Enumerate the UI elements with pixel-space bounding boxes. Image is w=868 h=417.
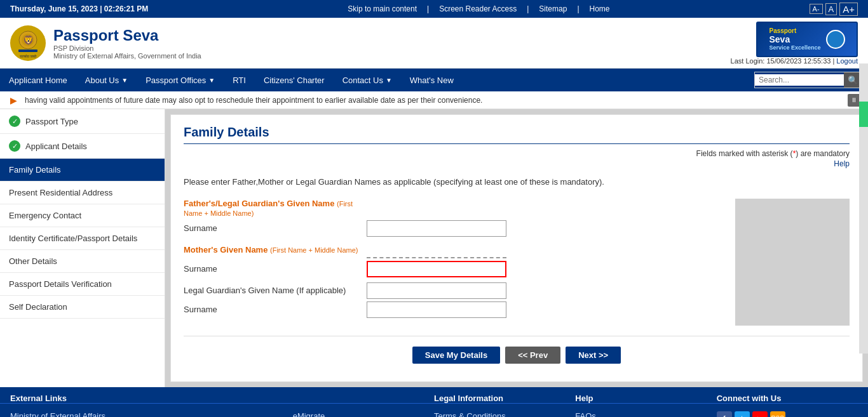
mothers-surname-input[interactable] — [367, 261, 506, 277]
sidebar-item-label: Applicant Details — [25, 142, 87, 151]
login-info: Last Login: 15/06/2023 12:55:33 | Logout — [731, 57, 858, 65]
sidebar-item-passport-verification[interactable]: Passport Details Verification — [0, 273, 165, 296]
sidebar-item-other-details[interactable]: Other Details — [0, 250, 165, 273]
nav-passport-offices[interactable]: Passport Offices ▼ — [137, 69, 224, 91]
footer-help-col: FAQs Grievance/Feedback — [575, 409, 716, 418]
datetime: Thursday, June 15, 2023 | 02:26:21 PM — [10, 4, 148, 13]
sidebar-item-family-details[interactable]: Family Details — [0, 159, 165, 182]
brand-name: Passport Seva — [53, 27, 201, 44]
scrollbar-thumb[interactable] — [859, 102, 868, 127]
nav-search: 🔍 — [754, 72, 863, 88]
passport-seva-logo-text: Passport Seva Service Excellence — [769, 27, 820, 51]
division: PSP Division — [53, 44, 201, 52]
footer-external-links-col1: Ministry of External Affairs National Po… — [10, 409, 293, 418]
footer-col-help-title: Help — [575, 394, 716, 403]
mothers-surname-row: Surname — [184, 261, 725, 277]
fathers-surname-input[interactable] — [367, 220, 506, 237]
sidebar-item-label: Passport Details Verification — [9, 279, 112, 289]
sidebar-item-label: Passport Type — [25, 117, 78, 126]
footer-col-external-links-title: External Links — [10, 394, 293, 403]
nav-about-us[interactable]: About Us ▼ — [76, 69, 137, 91]
skip-link[interactable]: Skip to main content — [348, 4, 417, 13]
sidebar-item-label: Present Residential Address — [9, 188, 112, 197]
mothers-given-name-input[interactable] — [367, 242, 506, 258]
sidebar-item-label: Identity Certificate/Passport Details — [9, 234, 137, 243]
about-us-dropdown-icon: ▼ — [121, 77, 128, 84]
sidebar-item-self-declaration[interactable]: Self Declaration — [0, 296, 165, 319]
nav-search-wrap: 🔍 — [749, 69, 868, 91]
font-normal[interactable]: A — [825, 3, 837, 15]
sidebar-item-label: Other Details — [9, 256, 57, 266]
footer-col-legal-title: Legal Information — [434, 394, 575, 403]
passport-offices-dropdown-icon: ▼ — [208, 77, 215, 84]
screen-reader-link[interactable]: Screen Reader Access — [439, 4, 517, 13]
fathers-given-name-row: Father's/Legal Guardian's Given Name (Fi… — [184, 199, 725, 218]
content-area: Family Details Fields marked with asteri… — [170, 114, 863, 382]
legal-guardian-given-name-label: Legal Guardian's Given Name (If applicab… — [184, 286, 362, 295]
sidebar-item-identity-certificate[interactable]: Identity Certificate/Passport Details — [0, 227, 165, 250]
legal-guardian-surname-input[interactable] — [367, 301, 506, 318]
ministry: Ministry of External Affairs, Government… — [53, 52, 201, 60]
footer-col-empty — [293, 394, 434, 403]
nav-rti[interactable]: RTI — [224, 69, 255, 91]
nav-contact-us[interactable]: Contact Us ▼ — [334, 69, 401, 91]
form-divider — [184, 336, 850, 336]
prev-button[interactable]: << Prev — [505, 347, 560, 364]
ashoka-emblem-icon: 🦁 सत्यमेव जयते — [12, 27, 44, 59]
nav-applicant-home[interactable]: Applicant Home — [0, 69, 76, 91]
applicant-details-check-icon: ✓ — [9, 140, 20, 152]
footer: External Links Legal Information Help Co… — [0, 387, 868, 418]
save-button[interactable]: Save My Details — [412, 347, 500, 364]
footer-link-mea[interactable]: Ministry of External Affairs — [10, 409, 293, 418]
font-increase[interactable]: A+ — [839, 3, 858, 16]
top-bar-center: Skip to main content | Screen Reader Acc… — [348, 4, 609, 13]
legal-guardian-surname-row: Surname — [184, 301, 725, 318]
fathers-given-name-label: Father's/Legal Guardian's Given Name (Fi… — [184, 199, 362, 218]
page-title: Family Details — [184, 125, 850, 144]
footer-header: External Links Legal Information Help Co… — [0, 387, 868, 404]
legal-guardian-given-name-input[interactable] — [367, 282, 506, 299]
sidebar-item-applicant-details[interactable]: ✓ Applicant Details — [0, 134, 165, 159]
footer-content: Ministry of External Affairs National Po… — [0, 404, 868, 418]
sidebar-item-label: Self Declaration — [9, 302, 67, 312]
twitter-icon[interactable]: t — [735, 411, 750, 418]
facebook-icon[interactable]: f — [717, 411, 732, 418]
svg-text:सत्यमेव जयते: सत्यमेव जयते — [19, 54, 37, 58]
fathers-surname-row: Surname — [184, 220, 725, 237]
logout-link[interactable]: Logout — [836, 57, 858, 65]
footer-link-emigrate[interactable]: eMigrate — [293, 409, 434, 418]
sidebar-item-emergency-contact[interactable]: Emergency Contact — [0, 204, 165, 227]
footer-link-faqs[interactable]: FAQs — [575, 409, 716, 418]
font-decrease[interactable]: A- — [810, 4, 823, 14]
header: 🦁 सत्यमेव जयते Passport Seva PSP Divisio… — [0, 18, 868, 69]
youtube-icon[interactable]: ▶ — [752, 411, 768, 418]
contact-us-dropdown-icon: ▼ — [386, 77, 392, 84]
legal-guardian-given-name-row: Legal Guardian's Given Name (If applicab… — [184, 282, 725, 299]
top-bar: Thursday, June 15, 2023 | 02:26:21 PM Sk… — [0, 0, 868, 18]
last-login-label: Last Login: 15/06/2023 12:55:33 | — [731, 57, 837, 65]
nav-search-input[interactable] — [755, 74, 844, 86]
ashoka-logo: 🦁 सत्यमेव जयते — [10, 25, 46, 61]
scrollbar-track — [859, 63, 868, 354]
instruction-text: Please enter Father,Mother or Legal Guar… — [184, 176, 850, 189]
footer-link-terms[interactable]: Terms & Conditions — [434, 409, 575, 418]
header-left: 🦁 सत्यमेव जयते Passport Seva PSP Divisio… — [10, 25, 201, 61]
help-link[interactable]: Help — [184, 159, 850, 168]
mothers-given-name-row: Mother's Given Name (First Name + Middle… — [184, 242, 725, 258]
passport-seva-logo: Passport Seva Service Excellence — [756, 22, 858, 57]
nav-whats-new[interactable]: What's New — [401, 69, 463, 91]
ticker-pause-button[interactable]: ⏸ — [848, 94, 860, 107]
sidebar-item-passport-type[interactable]: ✓ Passport Type — [0, 109, 165, 134]
nav-citizens-charter[interactable]: Citizens' Charter — [255, 69, 334, 91]
footer-col-connect-title: Connect with Us — [717, 394, 858, 403]
passport-type-check-icon: ✓ — [9, 116, 20, 127]
rss-icon[interactable]: RSS — [770, 411, 785, 418]
sidebar-item-residential-address[interactable]: Present Residential Address — [0, 182, 165, 204]
ticker-text: having valid appointments of future date… — [25, 96, 482, 105]
photo-placeholder — [735, 199, 850, 326]
sidebar-item-label: Emergency Contact — [9, 211, 81, 220]
home-link[interactable]: Home — [590, 4, 610, 13]
svg-text:🦁: 🦁 — [23, 35, 34, 46]
next-button[interactable]: Next >> — [566, 347, 621, 364]
sitemap-link[interactable]: Sitemap — [539, 4, 567, 13]
